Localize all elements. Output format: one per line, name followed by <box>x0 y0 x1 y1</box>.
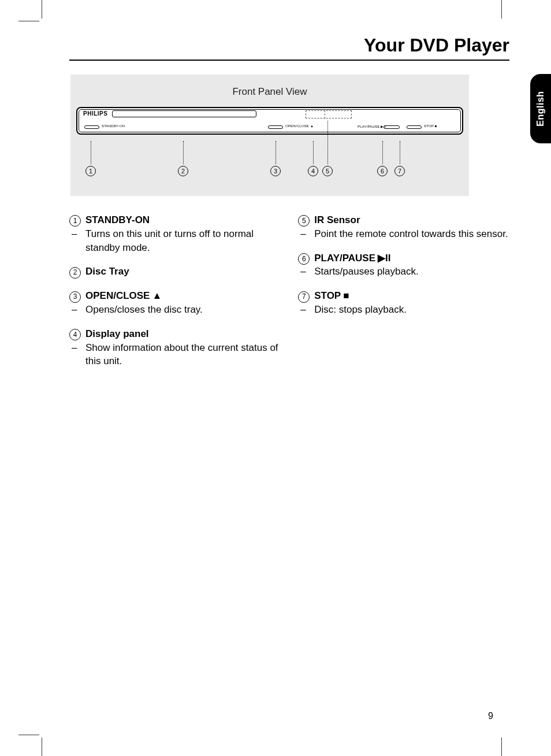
entry-number: 1 <box>69 215 81 227</box>
crop-mark <box>501 738 502 756</box>
play-pause-icon: ▶II <box>378 251 390 265</box>
openclose-label: OPEN/CLOSE ▲ <box>285 124 314 128</box>
page: Your DVD Player English Front Panel View… <box>0 0 551 756</box>
leader-line <box>400 141 400 164</box>
entry-desc: Turns on this unit or turns off to norma… <box>85 227 281 255</box>
crop-mark <box>18 21 39 21</box>
entry-title: STOP <box>314 289 341 303</box>
language-tab-label: English <box>535 91 546 126</box>
eject-icon: ▲ <box>152 289 162 303</box>
leader-line <box>183 141 184 164</box>
entry-number: 4 <box>69 329 81 340</box>
leader-line <box>91 141 91 164</box>
standby-label: STANDBY-ON <box>102 124 125 128</box>
crop-mark <box>501 0 502 18</box>
callout-3: 3 <box>270 166 281 176</box>
stop-icon: ■ <box>343 289 349 303</box>
crop-mark <box>42 738 42 756</box>
entry-number: 5 <box>298 215 310 227</box>
display-panel-graphic <box>306 110 352 118</box>
display-panel-sep <box>325 110 325 118</box>
brand-label: PHILIPS <box>83 110 107 117</box>
callout-6: 6 <box>377 166 388 176</box>
entry-title: PLAY/PAUSE <box>314 251 375 265</box>
callout-7: 7 <box>394 166 405 176</box>
description-columns: 1 STANDBY-ON –Turns on this unit or turn… <box>69 213 509 379</box>
entry-2: 2 Disc Tray <box>69 265 281 279</box>
playpause-label: PLAY/PAUSE ▶II <box>358 124 386 128</box>
entry-desc: Starts/pauses playback. <box>314 265 418 279</box>
playpause-button-graphic <box>384 125 400 129</box>
entry-3: 3 OPEN/CLOSE ▲ –Opens/closes the disc tr… <box>69 289 281 317</box>
front-panel-diagram: Front Panel View PHILIPS STANDBY-ON OPEN… <box>70 75 469 196</box>
entry-title: OPEN/CLOSE <box>85 289 150 303</box>
crop-mark <box>42 0 42 18</box>
entry-desc: Opens/closes the disc tray. <box>85 303 203 317</box>
entry-7: 7 STOP ■ –Disc: stops playback. <box>298 289 509 317</box>
entry-number: 3 <box>69 291 81 303</box>
entry-title: IR Sensor <box>314 213 360 227</box>
entry-desc: Show information about the current statu… <box>85 341 281 369</box>
entry-title: Display panel <box>85 327 149 341</box>
stop-button-graphic <box>407 125 422 129</box>
entry-1: 1 STANDBY-ON –Turns on this unit or turn… <box>69 213 281 254</box>
entry-title: STANDBY-ON <box>85 213 150 227</box>
callout-4: 4 <box>308 166 318 176</box>
crop-mark <box>18 735 39 735</box>
language-tab: English <box>530 74 551 143</box>
entry-desc: Point the remote control towards this se… <box>314 227 508 241</box>
openclose-button-graphic <box>268 125 283 129</box>
entry-number: 2 <box>69 267 81 279</box>
leader-line <box>313 141 314 164</box>
page-title: Your DVD Player <box>69 35 509 56</box>
left-column: 1 STANDBY-ON –Turns on this unit or turn… <box>69 213 281 379</box>
entry-5: 5 IR Sensor –Point the remote control to… <box>298 213 509 241</box>
callout-5: 5 <box>322 166 333 176</box>
leader-line <box>276 141 276 164</box>
leader-line <box>382 141 383 164</box>
callout-2: 2 <box>178 166 188 176</box>
entry-title: Disc Tray <box>85 265 129 279</box>
entry-number: 6 <box>298 253 310 265</box>
standby-button-graphic <box>84 125 99 129</box>
entry-4: 4 Display panel –Show information about … <box>69 327 281 368</box>
right-column: 5 IR Sensor –Point the remote control to… <box>298 213 509 379</box>
divider <box>69 60 509 61</box>
entry-number: 7 <box>298 291 310 303</box>
diagram-title: Front Panel View <box>70 86 469 98</box>
stop-label: STOP ■ <box>424 124 437 128</box>
disc-tray-graphic <box>112 110 256 117</box>
player-body: PHILIPS STANDBY-ON OPEN/CLOSE ▲ PLAY/PAU… <box>76 107 463 135</box>
page-number: 9 <box>488 711 493 721</box>
callout-1: 1 <box>85 166 96 176</box>
entry-6: 6 PLAY/PAUSE ▶II –Starts/pauses playback… <box>298 251 509 279</box>
entry-desc: Disc: stops playback. <box>314 303 407 317</box>
leader-line <box>327 121 328 164</box>
